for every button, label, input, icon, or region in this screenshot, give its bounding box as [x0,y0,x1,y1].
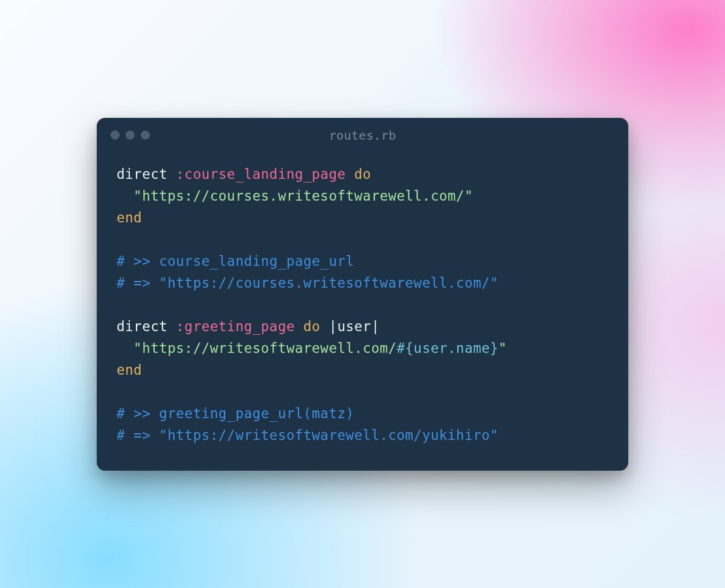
window-titlebar: routes.rb [97,118,628,152]
comment-call-2: # >> greeting_page_url(matz) [117,405,354,421]
symbol-course: :course_landing_page [176,166,346,182]
zoom-icon[interactable] [141,131,150,140]
string-url-2b: " [498,340,507,356]
window-title: routes.rb [97,128,628,143]
symbol-greeting: :greeting_page [176,318,295,334]
comment-result-2: # => "https://writesoftwarewell.com/yuki… [117,427,498,443]
indent [117,188,134,204]
keyword-direct: direct [117,166,176,182]
block-arg: |user| [329,318,379,334]
keyword-do: do [295,318,329,334]
keyword-direct: direct [117,318,176,334]
code-window: routes.rb direct :course_landing_page do… [97,118,628,471]
string-url-2a: "https://writesoftwarewell.com/ [134,340,396,356]
close-icon[interactable] [111,131,120,140]
string-url-1: "https://courses.writesoftwarewell.com/" [134,188,473,204]
comment-result-1: # => "https://courses.writesoftwarewell.… [117,275,498,291]
comment-call-1: # >> course_landing_page_url [117,253,354,269]
string-interp: #{user.name} [397,340,499,356]
keyword-do: do [346,166,371,182]
minimize-icon[interactable] [126,131,135,140]
window-controls [111,131,150,140]
code-block: direct :course_landing_page do "https://… [97,152,628,470]
indent [117,340,134,356]
keyword-end: end [117,362,142,378]
keyword-end: end [117,210,142,225]
